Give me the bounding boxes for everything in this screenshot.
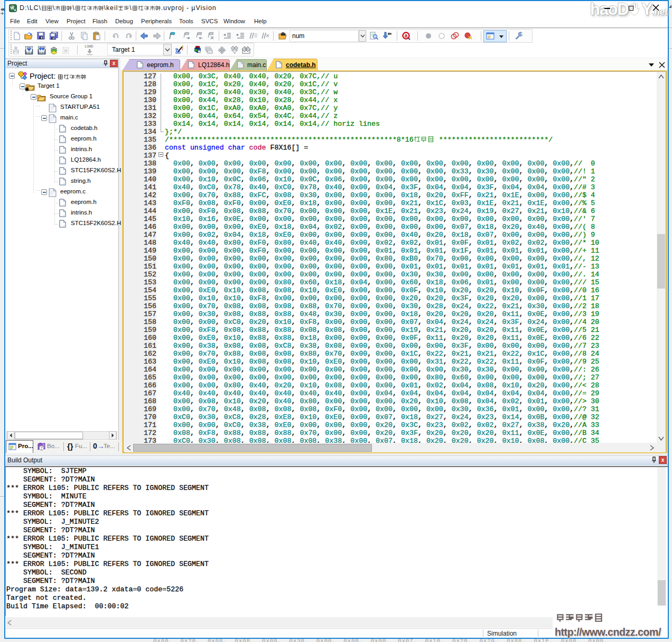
svg-text:a: a — [405, 33, 408, 39]
svg-text:s: s — [14, 8, 16, 12]
svg-text:?: ? — [40, 445, 42, 451]
